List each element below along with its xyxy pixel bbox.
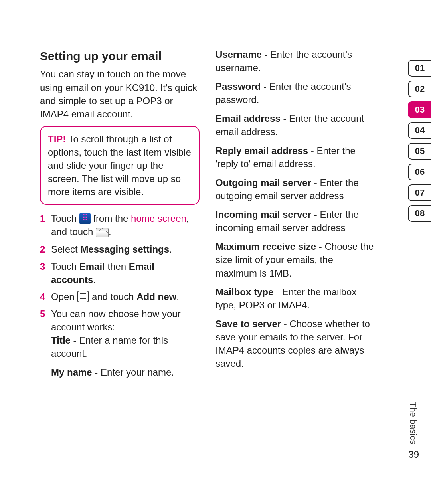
step-text: Touch [51, 261, 79, 272]
step-text: Open [51, 291, 77, 302]
content-columns: Setting up your email You can stay in to… [40, 48, 431, 385]
field-reply-address: Reply email address - Enter the 'reply t… [216, 144, 375, 170]
section-heading: Setting up your email [40, 48, 200, 64]
tip-text: To scroll through a list of options, tou… [48, 134, 191, 197]
column-right: Username - Enter the account's username.… [216, 48, 375, 385]
field-incoming-server: Incoming mail server - Enter the incomin… [216, 208, 375, 234]
section-tab-01[interactable]: 01 [408, 60, 431, 77]
step-text: You can now choose how your account work… [51, 308, 181, 332]
section-tab-03[interactable]: 03 [408, 101, 431, 118]
field-label: My name [51, 367, 92, 378]
field-outgoing-server: Outgoing mail server - Enter the outgoin… [216, 176, 375, 202]
field-label: Email address [216, 113, 281, 124]
step-text: then [105, 261, 129, 272]
field-label: Username [216, 49, 262, 60]
step-number: 4 [40, 290, 45, 303]
section-label-vertical: The basics [408, 402, 418, 444]
mail-icon [96, 228, 109, 237]
field-username: Username - Enter the account's username. [216, 48, 375, 74]
field-mailbox-type: Mailbox type - Enter the mailbox type, P… [216, 285, 375, 312]
apps-grid-icon [79, 213, 91, 224]
menu-icon [77, 291, 89, 302]
step-bold: Messaging settings [80, 244, 169, 255]
step-2: 2 Select Messaging settings. [40, 243, 200, 256]
section-tabs: 0102030405060708 [408, 60, 431, 222]
step-4: 4 Open and touch Add new. [40, 290, 200, 303]
step-text: and touch [92, 291, 136, 302]
field-title: Title - Enter a name for this account. [51, 334, 200, 360]
field-label: Reply email address [216, 145, 308, 156]
section-name: The basics [408, 402, 418, 444]
step-text: Touch [51, 213, 79, 224]
step-text: . [176, 291, 179, 302]
field-label: Incoming mail server [216, 209, 311, 220]
section-tab-02[interactable]: 02 [408, 81, 431, 97]
step-3: 3 Touch Email then Email accounts. [40, 260, 200, 286]
field-label: Outgoing mail server [216, 177, 311, 188]
field-label: Save to server [216, 318, 281, 329]
tip-label: TIP! [48, 134, 66, 144]
step-number: 3 [40, 260, 45, 273]
field-label: Mailbox type [216, 287, 273, 297]
step-number: 1 [40, 212, 45, 225]
field-max-receive: Maximum receive size - Choose the size l… [216, 240, 375, 279]
step-5: 5 You can now choose how your account wo… [40, 307, 200, 379]
field-myname: My name - Enter your name. [51, 366, 200, 379]
section-tab-04[interactable]: 04 [408, 122, 431, 139]
section-tab-05[interactable]: 05 [408, 143, 431, 160]
step-text: Select [51, 244, 80, 255]
field-email-address: Email address - Enter the account email … [216, 112, 375, 138]
step-text: from the [93, 213, 131, 224]
steps-list: 1 Touch from the home screen, and touch … [40, 212, 200, 379]
step-bold: Add new [136, 291, 176, 302]
step-number: 5 [40, 307, 45, 320]
section-tab-06[interactable]: 06 [408, 164, 431, 180]
manual-page: Setting up your email You can stay in to… [0, 0, 431, 504]
field-password: Password - Enter the account's password. [216, 80, 375, 106]
home-screen-link: home screen [131, 213, 186, 224]
field-desc: - Enter your name. [92, 367, 174, 378]
column-left: Setting up your email You can stay in to… [40, 48, 200, 385]
field-save-to-server: Save to server - Choose whether to save … [216, 317, 375, 370]
step-text: . [109, 226, 111, 237]
step-text: . [93, 274, 96, 285]
tip-box: TIP! To scroll through a list of options… [40, 126, 200, 205]
page-number: 39 [408, 449, 419, 460]
field-label: Title [51, 335, 71, 346]
field-label: Maximum receive size [216, 241, 316, 252]
intro-paragraph: You can stay in touch on the move using … [40, 67, 200, 120]
field-label: Password [216, 81, 261, 92]
step-1: 1 Touch from the home screen, and touch … [40, 212, 200, 238]
step-text: . [169, 244, 172, 255]
section-tab-07[interactable]: 07 [408, 184, 431, 201]
step-number: 2 [40, 243, 45, 256]
section-tab-08[interactable]: 08 [408, 205, 431, 222]
step-bold: Email [79, 261, 105, 272]
